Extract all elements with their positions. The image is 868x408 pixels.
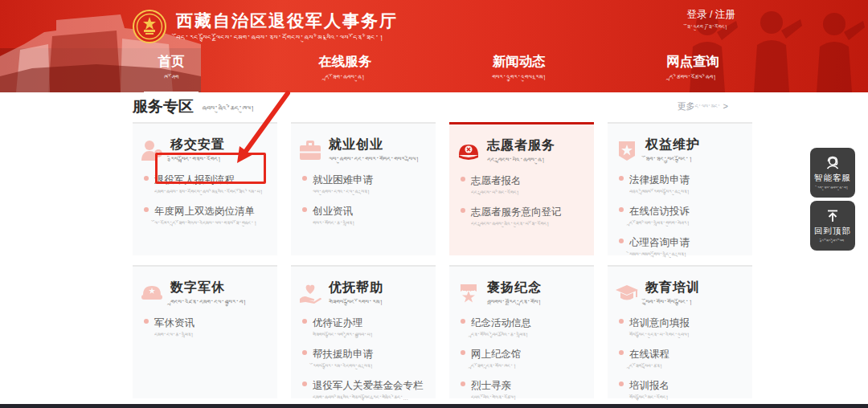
link-label[interactable]: 就业困难申请 bbox=[313, 174, 373, 186]
link-label[interactable]: 网上纪念馆 bbox=[471, 349, 522, 360]
link-label[interactable]: 退役军人报到流程 bbox=[154, 174, 235, 186]
link-care-foundation[interactable]: 退役军人关爱基金会专栏 དམག་ཞབས་མི་སྣའི་གཅེས་སྐྱོང་ར… bbox=[302, 377, 429, 402]
back-to-top-label[interactable]: 回到顶部 bbox=[814, 226, 851, 237]
link-tibetan: དམག་ངལ་ཆ་འཕྲིན། bbox=[154, 332, 194, 339]
link-tibetan: བཅའ་ཁྲིམས་རོགས་སྐྱོར་ཞུ་སྙན། bbox=[629, 189, 690, 196]
link-tibetan: དང་བླངས་ཞབས་ཞུའི་འདུན་པ་ཐོ་འགོད། bbox=[471, 221, 562, 228]
link-volunteer-intention[interactable]: 志愿者服务意向登记 དང་བླངས་ཞབས་ཞུའི་འདུན་པ་ཐོ་འགོ… bbox=[461, 204, 588, 228]
link-assistance-apply[interactable]: 帮扶援助申请 རོགས་སྐྱོར་རམ་འདེགས་ཞུ་སྙན། bbox=[302, 346, 429, 370]
login-register-link[interactable]: 登录 / 注册 ཐོ་འཇུག / ཐོ་འགོད། bbox=[687, 8, 735, 31]
link-label[interactable]: 志愿者服务意向登记 bbox=[471, 206, 562, 218]
briefcase-icon bbox=[297, 138, 323, 164]
bullet-icon bbox=[619, 239, 624, 243]
nav-tab-home-label[interactable]: 首页 bbox=[133, 53, 210, 71]
site-title: 西藏自治区退役军人事务厅 bbox=[176, 10, 398, 31]
more-label[interactable]: 更多 bbox=[678, 101, 695, 111]
bullet-icon bbox=[619, 350, 624, 355]
nav-tab-outlet-search-label[interactable]: 网点查询 bbox=[654, 53, 731, 71]
smart-customer-service-button[interactable]: 智能客服 རིག་ནུས་ཞབས་ཞུ་བ། bbox=[810, 148, 855, 198]
link-tibetan: དྲ་ཐོག་སློབ་ཚན། bbox=[629, 363, 669, 370]
card-title-tibetan: རྩིས་སྤྲོད་གནས་འགོད། bbox=[170, 156, 225, 164]
card-title-tibetan: གཟིགས་སྐྱོང་རོགས་རམ། bbox=[329, 299, 383, 307]
main-nav: 首页 ཁ་ཤོག 在线服务 དྲ་ཐོག་ཞབས་ཞུ། 新闻动态 གསར་འག… bbox=[133, 53, 731, 92]
link-label[interactable]: 军休资讯 bbox=[154, 317, 194, 328]
link-veteran-report-process[interactable]: 退役军人报到流程 དམག་ཞབས་ནས་དགོངས་ཞུས་མི་སྣའི་འག… bbox=[144, 172, 271, 196]
national-emblem-logo bbox=[133, 10, 166, 43]
smart-service-tibetan: རིག་ནུས་ཞབས་ཞུ་བ། bbox=[817, 186, 849, 190]
bullet-icon bbox=[461, 381, 465, 386]
bullet-icon bbox=[302, 319, 307, 324]
card-head: 就业创业 ལས་ཞུགས་དང་གསར་གཏོད་གསར་སྤེལ། bbox=[297, 137, 429, 164]
link-memorial-events[interactable]: 纪念活动信息 དྲན་གསོའི་བྱེད་སྒོའི་ཆ་འཕྲིན། bbox=[461, 315, 588, 339]
card-title-tibetan: གྲངས་འཛིན་དམག་ངལ་བསྐྱུར་བ། bbox=[170, 299, 247, 307]
back-to-top-button[interactable]: 回到顶部 རྩེ་མོར་ཕྱིར་ལོག bbox=[810, 201, 855, 251]
link-label[interactable]: 年度网上双选岗位清单 bbox=[154, 206, 255, 217]
rosette-badge-icon bbox=[614, 138, 640, 164]
link-label[interactable]: 退役军人关爱基金会专栏 bbox=[313, 380, 424, 391]
bullet-icon bbox=[302, 207, 307, 212]
active-tab-underline bbox=[144, 92, 199, 92]
link-label[interactable]: 在线课程 bbox=[629, 349, 669, 360]
link-preferential-card[interactable]: 优待证办理 གཟིགས་སྐྱོང་ལག་ཁྱེར་བསྒྲུབ་པ། bbox=[302, 315, 429, 339]
service-cards-grid: 移交安置 རྩིས་སྤྲོད་གནས་འགོད། 退役军人报到流程 དམག་ཞ… bbox=[133, 122, 752, 398]
bullet-icon bbox=[302, 381, 307, 386]
nav-tab-online-services-tibetan: དྲ་ཐོག་ཞབས་ཞུ། bbox=[306, 74, 383, 82]
link-training-intention[interactable]: 培训意向填报 གསོ་སྦྱོང་འདུན་པ་འགེང་འབུལ། bbox=[619, 315, 746, 339]
link-martyr-family-search[interactable]: 烈士寻亲 དཔའ་བོའི་གཉེན་འཚོལ། bbox=[461, 377, 588, 402]
login-register-label[interactable]: 登录 / 注册 bbox=[687, 8, 735, 22]
link-label[interactable]: 培训报名 bbox=[629, 380, 669, 391]
bullet-icon bbox=[302, 176, 307, 181]
link-online-petition[interactable]: 在线信访投诉 དྲ་ཐོག་ཡིག་འཕྲིན་གཏུག་བཤེར། bbox=[619, 203, 746, 227]
medal-icon bbox=[456, 281, 481, 307]
link-label[interactable]: 纪念活动信息 bbox=[471, 317, 531, 328]
bullet-icon bbox=[144, 176, 149, 181]
nav-tab-news-tibetan: གསར་འགྱུར་འགུལ་རྣམ། bbox=[481, 74, 558, 82]
card-title-tibetan: དང་བླངས་པའི་ཞབས་ཞུ། bbox=[487, 157, 555, 165]
link-label[interactable]: 帮扶援助申请 bbox=[313, 349, 373, 360]
bullet-icon bbox=[144, 319, 149, 324]
smart-service-label[interactable]: 智能客服 bbox=[814, 173, 851, 184]
link-tibetan: དཔའ་བོའི་གཉེན་འཚོལ། bbox=[471, 394, 516, 402]
link-annual-job-list[interactable]: 年度网上双选岗位清单 ལོ་འཁོར་དྲ་ཐོག་གཉིས་འདེམས་ལས་… bbox=[144, 203, 271, 227]
floating-button-panel: 智能客服 རིག་ནུས་ཞབས་ཞུ་བ། 回到顶部 རྩེ་མོར་ཕྱིར… bbox=[810, 148, 855, 254]
card-education-training: 教育培训 སློབ་གསོ་གསོ་སྦྱོང་། 培训意向填报 གསོ་སྦྱ… bbox=[608, 265, 752, 398]
link-label[interactable]: 优待证办理 bbox=[313, 317, 363, 328]
more-link[interactable]: 更多དེ་ལས་མང་ > bbox=[678, 100, 729, 112]
card-title: 权益维护 bbox=[645, 137, 700, 153]
card-transfer-placement: 移交安置 རྩིས་སྤྲོད་གནས་འགོད། 退役军人报到流程 དམག་ཞ… bbox=[133, 122, 277, 255]
link-volunteer-signup[interactable]: 志愿者报名 དང་བླངས་པ་མིང་འགོད། bbox=[461, 173, 588, 197]
card-head: 移交安置 རྩིས་སྤྲོད་གནས་འགོད། bbox=[139, 137, 271, 164]
bullet-icon bbox=[144, 207, 149, 212]
bullet-icon bbox=[619, 176, 624, 181]
nav-tab-home[interactable]: 首页 ཁ་ཤོག bbox=[133, 53, 210, 92]
link-label[interactable]: 在线信访投诉 bbox=[629, 206, 690, 217]
link-label[interactable]: 法律援助申请 bbox=[629, 174, 690, 186]
link-tibetan: སེམས་ཁམས་གྲོས་འདྲི་ཞུ་སྙན། bbox=[629, 251, 690, 259]
link-label[interactable]: 烈士寻亲 bbox=[471, 380, 511, 391]
card-title-tibetan: ཐོབ་ཐང་སྲུང་སྐྱོང་། bbox=[645, 156, 700, 164]
link-label[interactable]: 培训意向填报 bbox=[629, 317, 690, 328]
link-tibetan: གསོ་སྦྱོང་མིང་འགོད། bbox=[629, 394, 669, 402]
link-online-courses[interactable]: 在线课程 དྲ་ཐོག་སློབ་ཚན། bbox=[619, 346, 746, 370]
link-label[interactable]: 创业资讯 bbox=[313, 206, 353, 217]
link-tibetan: གསར་གཏོད་ཆ་འཕྲིན། bbox=[313, 220, 355, 227]
nav-tab-outlet-search[interactable]: 网点查询 དྲ་ཚིགས་འཚོལ་ཞིབ། bbox=[654, 53, 731, 92]
nav-tab-online-services-label[interactable]: 在线服务 bbox=[306, 53, 383, 71]
site-brand[interactable]: 西藏自治区退役军人事务厅 བོད་རང་སྐྱོང་ལྗོངས་དམག་ཞབས་… bbox=[133, 10, 398, 43]
link-online-memorial[interactable]: 网上纪念馆 དྲ་ཐོག་དྲན་གསོ་ཁང་། bbox=[461, 346, 588, 370]
nav-tab-news[interactable]: 新闻动态 གསར་འགྱུར་འགུལ་རྣམ། bbox=[481, 53, 558, 92]
nav-tab-online-services[interactable]: 在线服务 དྲ་ཐོག་ཞབས་ཞུ། bbox=[306, 53, 383, 92]
military-hat-icon bbox=[139, 281, 165, 307]
link-retirement-info[interactable]: 军休资讯 དམག་ངལ་ཆ་འཕྲིན། bbox=[144, 315, 271, 339]
link-legal-aid[interactable]: 法律援助申请 བཅའ་ཁྲིམས་རོགས་སྐྱོར་ཞུ་སྙན། bbox=[619, 172, 746, 196]
link-training-signup[interactable]: 培训报名 གསོ་སྦྱོང་མིང་འགོད། bbox=[619, 377, 746, 402]
nav-tab-news-label[interactable]: 新闻动态 bbox=[481, 53, 558, 71]
link-startup-info[interactable]: 创业资讯 གསར་གཏོད་ཆ་འཕྲིན། bbox=[302, 203, 429, 227]
more-arrow-icon: > bbox=[723, 101, 728, 111]
link-psych-consult[interactable]: 心理咨询申请 སེམས་ཁམས་གྲོས་འདྲི་ཞུ་སྙན། bbox=[619, 235, 746, 259]
link-employment-difficulty[interactable]: 就业困难申请 ལས་ཞུགས་དཀའ་ངལ་ཞུ་སྙན། bbox=[302, 172, 429, 196]
card-head: 志愿者服务 དང་བླངས་པའི་ཞབས་ཞུ། bbox=[456, 137, 588, 165]
link-label[interactable]: 心理咨询申请 bbox=[629, 237, 690, 248]
card-head: 教育培训 སློབ་གསོ་གསོ་སྦྱོང་། bbox=[614, 279, 746, 307]
link-label[interactable]: 志愿者报名 bbox=[471, 175, 522, 186]
